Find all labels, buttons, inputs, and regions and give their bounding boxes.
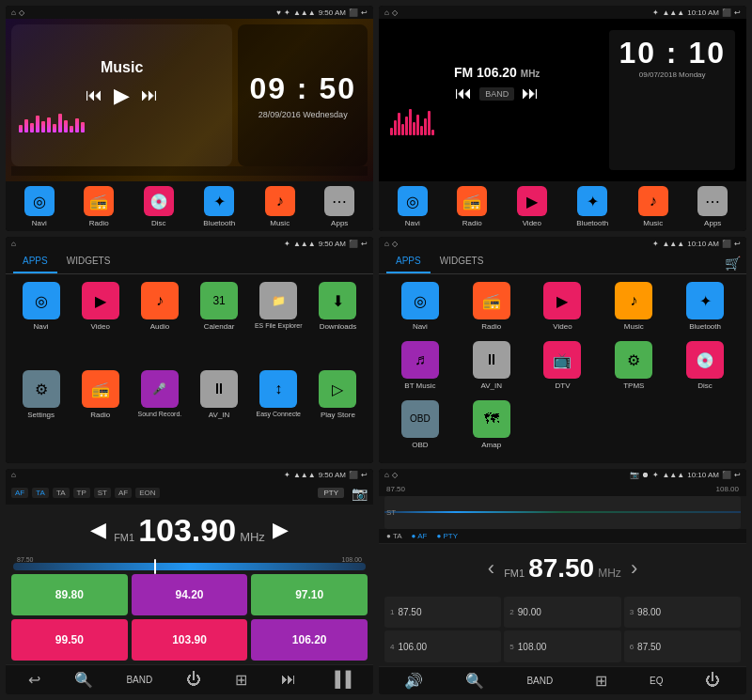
store-icon[interactable]: 🛒	[725, 256, 741, 271]
grid2-app-bt[interactable]: ✦ Bluetooth	[671, 282, 739, 337]
home-icon-3[interactable]: ⌂	[11, 240, 16, 248]
ta-tag[interactable]: TA	[32, 488, 49, 498]
preset-item-5[interactable]: 5 108.00	[504, 630, 620, 662]
grid-app-sound[interactable]: 🎤 Sound Record.	[132, 370, 187, 455]
fm2-next-button[interactable]: ›	[631, 556, 637, 581]
home-icon-4[interactable]: ⌂	[384, 240, 389, 248]
preset-item-1[interactable]: 1 87.50	[384, 597, 501, 629]
preset-1[interactable]: 89.80	[11, 574, 128, 615]
fm2-pty-tag[interactable]: ● PTY	[436, 532, 458, 540]
fm-eq-icon[interactable]: ▐▐	[329, 671, 351, 688]
tab-widgets-1[interactable]: WIDGETS	[57, 250, 120, 273]
grid-app-es[interactable]: 📁 ES File Explorer	[251, 282, 306, 366]
app-disc-1[interactable]: 💿 Disc	[144, 186, 174, 227]
back-icon-6[interactable]: ↩	[734, 471, 741, 479]
rewind-button[interactable]: ⏮	[86, 86, 102, 105]
tab-apps-1[interactable]: APPS	[13, 250, 57, 273]
fm-band-button[interactable]: BAND	[126, 675, 152, 685]
app-bluetooth-2[interactable]: ✦ Bluetooth	[576, 186, 608, 227]
af2-tag[interactable]: AF	[115, 488, 132, 498]
back-icon-2[interactable]: ↩	[734, 8, 741, 17]
preset-2[interactable]: 94.20	[132, 574, 248, 615]
app-music-1[interactable]: ♪ Music	[265, 186, 295, 227]
freq-next-button[interactable]: ▶	[273, 518, 289, 542]
grid2-app-video[interactable]: ▶ Video	[529, 282, 597, 337]
grid-app-avin[interactable]: ⏸ AV_IN	[192, 370, 247, 455]
fm2-search-icon[interactable]: 🔍	[465, 672, 484, 690]
fm2-volume-icon[interactable]: 🔊	[404, 672, 423, 690]
grid-app-radio[interactable]: 📻 Radio	[72, 370, 128, 455]
grid2-app-btmusic[interactable]: ♬ BT Music	[386, 341, 454, 397]
fm-menu-icon[interactable]: ⊞	[235, 671, 247, 689]
back-icon-4[interactable]: ↩	[734, 240, 741, 248]
fm-mute-icon[interactable]: ↩	[28, 671, 40, 689]
fast-forward-button[interactable]: ⏭	[141, 86, 158, 105]
tp-tag[interactable]: TP	[73, 488, 90, 498]
grid-app-play[interactable]: ▷ Play Store	[310, 370, 366, 455]
ta2-tag[interactable]: TA	[53, 488, 70, 498]
tab-widgets-2[interactable]: WIDGETS	[431, 250, 494, 273]
prev-button[interactable]: ⏮	[455, 84, 472, 103]
grid-app-settings[interactable]: ⚙ Settings	[13, 370, 69, 455]
back-icon-3[interactable]: ↩	[361, 240, 368, 248]
grid2-app-radio[interactable]: 📻 Radio	[458, 282, 525, 337]
grid-app-downloads[interactable]: ⬇ Downloads	[310, 282, 366, 366]
preset-3[interactable]: 97.10	[251, 574, 368, 615]
grid2-app-navi[interactable]: ◎ Navi	[386, 282, 454, 337]
tab-apps-2[interactable]: APPS	[386, 250, 431, 273]
pty-button[interactable]: PTY	[318, 488, 344, 498]
fm2-band-button[interactable]: BAND	[526, 676, 553, 686]
camera-icon[interactable]: 📷	[352, 486, 368, 501]
play-pause-button[interactable]: ▶	[114, 84, 130, 108]
preset-item-4[interactable]: 4 106.00	[384, 630, 501, 662]
app-video-2[interactable]: ▶ Video	[517, 186, 547, 227]
grid-app-easy[interactable]: ↕ Easy Connecte	[251, 370, 306, 455]
preset-6[interactable]: 106.20	[251, 619, 368, 661]
next-button[interactable]: ⏭	[522, 84, 539, 103]
home-icon-6[interactable]: ⌂	[384, 471, 389, 479]
grid-app-audio[interactable]: ♪ Audio	[132, 282, 187, 366]
back-icon-5[interactable]: ↩	[361, 471, 368, 479]
grid2-app-tpms[interactable]: ⚙ TPMS	[600, 341, 667, 397]
grid2-app-music[interactable]: ♪ Music	[600, 282, 667, 337]
app-apps-1[interactable]: ⋯ Apps	[324, 186, 354, 227]
fm2-ta-tag[interactable]: ● TA	[386, 532, 402, 540]
grid2-app-amap[interactable]: 🗺 Amap	[458, 400, 525, 456]
app-navi-1[interactable]: ◎ Navi	[24, 186, 55, 227]
home-icon[interactable]: ⌂	[11, 8, 16, 17]
preset-5[interactable]: 103.90	[132, 619, 248, 661]
app-navi-2[interactable]: ◎ Navi	[398, 186, 428, 227]
band-label[interactable]: BAND	[479, 87, 514, 101]
app-radio-2[interactable]: 📻 Radio	[457, 186, 487, 227]
app-music-2[interactable]: ♪ Music	[638, 186, 668, 227]
fm2-menu-icon[interactable]: ⊞	[595, 672, 607, 690]
fm-power-icon[interactable]: ⏻	[186, 671, 201, 688]
back-icon[interactable]: ↩	[361, 8, 368, 17]
grid2-app-obd[interactable]: OBD OBD	[386, 400, 454, 456]
home-icon-2[interactable]: ⌂	[384, 8, 389, 17]
fm-skip-icon[interactable]: ⏭	[281, 671, 296, 688]
grid2-app-dtv[interactable]: 📺 DTV	[529, 341, 597, 397]
preset-4[interactable]: 99.50	[11, 619, 128, 661]
app-radio-1[interactable]: 📻 Radio	[84, 186, 114, 227]
fm2-eq-button[interactable]: EQ	[650, 676, 663, 686]
grid-app-video[interactable]: ▶ Video	[72, 282, 128, 366]
fm2-prev-button[interactable]: ‹	[488, 556, 494, 581]
fm-search-icon[interactable]: 🔍	[74, 671, 93, 689]
grid2-app-disc[interactable]: 💿 Disc	[671, 341, 739, 397]
preset-item-3[interactable]: 3 98.00	[624, 597, 741, 629]
preset-item-6[interactable]: 6 87.50	[624, 630, 741, 662]
preset-item-2[interactable]: 2 90.00	[504, 597, 620, 629]
af-tag[interactable]: AF	[11, 488, 28, 498]
fm2-power-icon[interactable]: ⏻	[705, 672, 720, 689]
eon-tag[interactable]: EON	[135, 488, 159, 498]
grid-app-calendar[interactable]: 31 Calendar	[192, 282, 247, 366]
grid-app-navi[interactable]: ◎ Navi	[13, 282, 69, 366]
fm2-af-tag[interactable]: ● AF	[412, 532, 428, 540]
freq-prev-button[interactable]: ◀	[90, 518, 106, 542]
st-tag[interactable]: ST	[94, 488, 111, 498]
grid2-app-avin[interactable]: ⏸ AV_IN	[458, 341, 525, 397]
app-bluetooth-1[interactable]: ✦ Bluetooth	[203, 186, 235, 227]
app-apps-2[interactable]: ⋯ Apps	[697, 186, 728, 227]
home-icon-5[interactable]: ⌂	[11, 471, 16, 479]
